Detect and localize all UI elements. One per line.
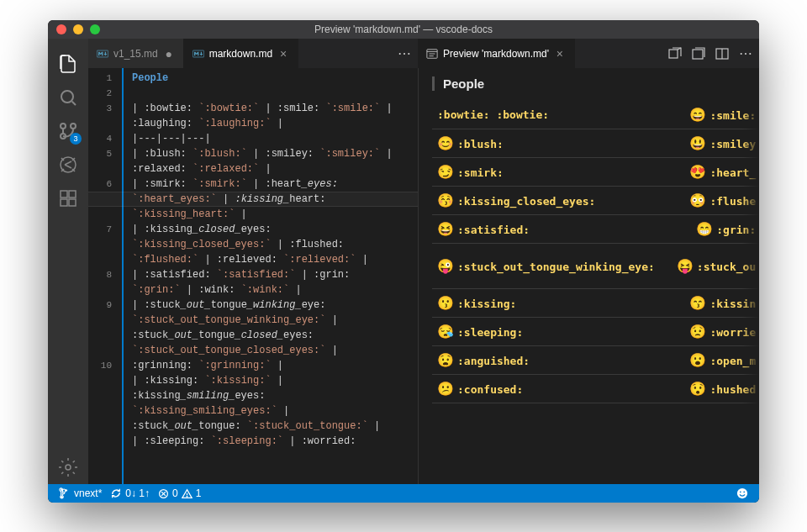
code-line: | :sleeping: `:sleeping:` | :worried:: [132, 434, 418, 449]
editor-group-source: v1_15.md ● markdown.md × ⋯ 12345678910: [88, 39, 418, 484]
code-line: `:kissing_closed_eyes:` | :flushed:: [132, 237, 418, 252]
line-number: [88, 343, 112, 358]
emoji-cell: :bowtie: :bowtie:: [432, 101, 660, 129]
emoji-glyph: 😳: [689, 192, 706, 208]
svg-point-22: [65, 489, 67, 492]
code-line: | :smirk: `:smirk:` | :heart_eyes:: [132, 176, 418, 192]
code-text-area[interactable]: People| :bowtie: `:bowtie:` | :smile: `:…: [122, 68, 418, 484]
code-line: `:flushed:` | :relieved: `:relieved:` |: [132, 252, 418, 267]
code-line: :relaxed: `:relaxed:` |: [132, 161, 418, 176]
workbench-body: 3 v1_15.md ●: [48, 39, 759, 484]
svg-rect-6: [69, 191, 76, 198]
code-line: `:grin:` | :wink: `:wink:` |: [132, 282, 418, 298]
search-icon[interactable]: [48, 81, 88, 114]
emoji-glyph: 😧: [437, 352, 454, 368]
line-number: [88, 237, 112, 252]
window-close-button[interactable]: [56, 24, 66, 34]
window: Preview 'markdown.md' — vscode-docs 3: [48, 20, 759, 503]
status-bar: vnext* 0↓ 1↑ 0 1: [48, 484, 759, 503]
editor-area: v1_15.md ● markdown.md × ⋯ 12345678910: [88, 39, 759, 484]
svg-point-21: [61, 496, 63, 498]
code-line: People: [132, 71, 418, 86]
tab-label: markdown.md: [209, 48, 272, 60]
extensions-icon[interactable]: [48, 182, 88, 215]
line-number: 9: [88, 298, 112, 313]
source-control-icon[interactable]: 3: [48, 114, 88, 148]
more-actions-icon[interactable]: ⋯: [398, 45, 411, 61]
editor-group-preview: Preview 'markdown.md' × ⋯: [418, 39, 759, 484]
emoji-cell: 😪:sleeping:: [432, 318, 660, 346]
code-line: | :bowtie: `:bowtie:` | :smile: `:smile:…: [132, 101, 418, 116]
line-number: 10: [88, 358, 112, 373]
emoji-glyph: 😝: [677, 258, 694, 274]
table-row: 😆:satisfied:😁:grin:: [432, 215, 759, 244]
table-row: :bowtie: :bowtie:😄:smile:: [432, 101, 759, 129]
status-feedback-icon[interactable]: [732, 484, 752, 503]
window-minimize-button[interactable]: [73, 24, 83, 34]
split-editor-icon[interactable]: [715, 47, 729, 61]
emoji-glyph: 😙: [689, 295, 706, 311]
code-line: `:kissing_smiling_eyes:` |: [132, 403, 418, 419]
close-icon[interactable]: ×: [554, 48, 566, 60]
emoji-cell: 😗:kissing:: [432, 289, 660, 318]
status-branch[interactable]: vnext*: [55, 484, 106, 503]
line-number: [88, 388, 112, 403]
explorer-icon[interactable]: [48, 47, 88, 81]
emoji-code: :sleeping:: [457, 326, 523, 339]
line-number: 3: [88, 101, 112, 116]
debug-icon[interactable]: [48, 148, 88, 182]
traffic-lights: [48, 24, 100, 34]
emoji-glyph: 😗: [437, 295, 454, 311]
tab-preview[interactable]: Preview 'markdown.md' ×: [418, 39, 575, 68]
tab-dirty-indicator[interactable]: ●: [163, 48, 175, 60]
tab-bar-left: v1_15.md ● markdown.md × ⋯: [88, 39, 418, 68]
markdown-preview[interactable]: People :bowtie: :bowtie:😄:smile:😊:blush:…: [418, 68, 759, 484]
more-actions-icon[interactable]: ⋯: [739, 45, 752, 61]
line-number: [88, 116, 112, 131]
titlebar[interactable]: Preview 'markdown.md' — vscode-docs: [48, 20, 759, 39]
emoji-cell: 😚:kissing_closed_eyes:: [432, 187, 660, 215]
code-editor[interactable]: 12345678910 People| :bowtie: `:bowtie:` …: [88, 68, 418, 484]
line-number: [88, 282, 112, 298]
table-row: 😜:stuck_out_tongue_winking_eye:😝:stuck_o…: [432, 244, 759, 289]
show-source-icon[interactable]: [692, 47, 705, 61]
emoji-glyph: 😪: [437, 324, 454, 340]
code-line: | :kissing: `:kissing:` |: [132, 373, 418, 388]
error-count: 0: [172, 487, 178, 499]
open-source-icon[interactable]: [668, 47, 682, 61]
svg-rect-8: [69, 199, 76, 206]
table-row: 😧:anguished:😮:open_m: [432, 346, 759, 375]
settings-gear-icon[interactable]: [48, 450, 88, 484]
tab-v1-15[interactable]: v1_15.md ●: [88, 39, 184, 68]
window-maximize-button[interactable]: [90, 24, 100, 34]
emoji-code: :kissing_closed_eyes:: [457, 195, 595, 208]
svg-point-26: [737, 488, 747, 498]
emoji-code: :confused:: [457, 383, 523, 396]
status-problems[interactable]: 0 1: [154, 484, 205, 503]
activity-bar: 3: [48, 39, 88, 484]
table-row: 😕:confused:😯:hushed: [432, 375, 759, 403]
emoji-glyph: 😯: [689, 381, 706, 397]
sync-status: 0↓ 1↑: [125, 487, 150, 499]
code-line: `:kissing_heart:` |: [132, 207, 418, 222]
emoji-glyph: 😕: [437, 381, 454, 397]
svg-point-9: [66, 465, 71, 470]
line-number: 2: [88, 86, 112, 101]
window-title: Preview 'markdown.md' — vscode-docs: [314, 24, 493, 35]
branch-name: vnext*: [74, 487, 102, 499]
code-line: |---|---|---|: [132, 131, 418, 146]
code-line: [132, 86, 418, 101]
status-sync[interactable]: 0↓ 1↑: [106, 484, 154, 503]
emoji-glyph: 😏: [437, 164, 454, 180]
code-line: `:stuck_out_tongue_closed_eyes:` |: [132, 343, 418, 358]
line-number: 4: [88, 131, 112, 146]
line-number: 7: [88, 222, 112, 237]
emoji-cell: 😧:anguished:: [432, 346, 660, 375]
tab-markdown-md[interactable]: markdown.md ×: [184, 39, 298, 68]
markdown-file-icon: [193, 48, 204, 60]
emoji-code: :smirk:: [457, 166, 504, 179]
close-icon[interactable]: ×: [277, 48, 289, 60]
emoji-glyph: 😁: [696, 221, 713, 237]
code-line: `:heart_eyes:` | :kissing_heart:: [132, 192, 418, 207]
line-number: 5: [88, 146, 112, 161]
